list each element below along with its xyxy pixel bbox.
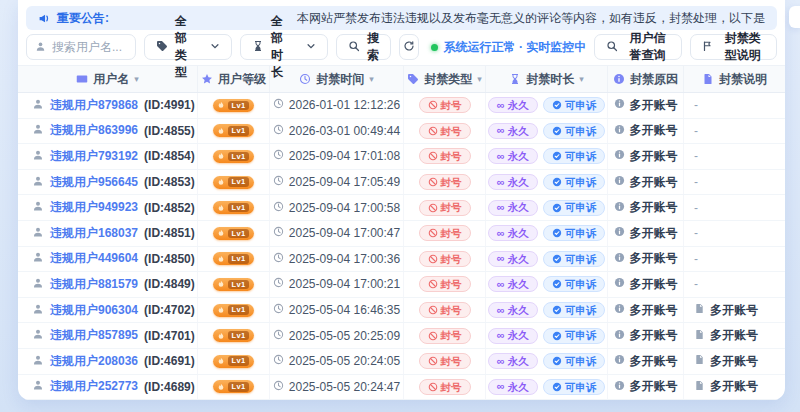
ban-note-cell: -	[683, 93, 785, 118]
ban-type-badge: 封号	[419, 328, 471, 344]
level-label: Lv1	[228, 126, 250, 136]
ban-time-cell: 2025-09-04 17:00:36	[269, 247, 403, 272]
infinity-icon: ∞	[497, 305, 505, 316]
level-cell: Lv1	[197, 119, 269, 144]
duration-filter-select[interactable]: 全部时长	[240, 34, 328, 60]
ban-reason-text: 多开账号	[630, 199, 678, 216]
username-link[interactable]: 违规用户863996	[50, 122, 138, 139]
username-link[interactable]: 违规用户252773	[50, 378, 138, 395]
flame-icon	[217, 229, 225, 237]
username-link[interactable]: 违规用户793192	[50, 148, 138, 165]
announcement-label: 重要公告:	[57, 10, 109, 27]
username-cell: 违规用户863996(ID:4855)	[18, 119, 197, 144]
username-link[interactable]: 违规用户956645	[50, 174, 138, 191]
ban-duration-cell: ∞永久可申诉	[485, 195, 607, 220]
ban-time-cell: 2025-09-04 17:01:08	[269, 144, 403, 169]
ban-type-badge: 封号	[419, 174, 471, 190]
username-link[interactable]: 违规用户881579	[50, 276, 138, 293]
col-header-ban-duration[interactable]: 封禁时长▾	[485, 66, 607, 92]
ban-note-cell: 多开账号	[683, 349, 785, 374]
level-label: Lv1	[228, 177, 250, 187]
ban-note-empty: -	[694, 98, 698, 112]
table-row: 违规用户906304(ID:4702)Lv12025-05-04 16:46:3…	[18, 298, 785, 324]
ban-time-cell: 2025-09-04 17:00:58	[269, 195, 403, 220]
username-link[interactable]: 违规用户879868	[50, 97, 138, 114]
ban-type-cell: 封号	[403, 144, 485, 169]
username-link[interactable]: 违规用户449604	[50, 250, 138, 267]
check-circle-icon	[552, 228, 562, 238]
prohibit-icon	[428, 126, 438, 136]
ban-duration-badge: ∞永久	[488, 200, 538, 216]
user-avatar-icon	[32, 123, 44, 138]
table-row: 违规用户879868(ID:4991)Lv12026-01-01 12:12:2…	[18, 93, 785, 119]
infinity-icon: ∞	[497, 151, 505, 162]
user-level-badge: Lv1	[213, 278, 255, 291]
type-filter-select[interactable]: 全部类型	[144, 34, 232, 60]
col-header-label: 用户等级	[218, 71, 266, 88]
search-input[interactable]	[52, 40, 127, 54]
document-icon	[694, 354, 705, 368]
ban-reason-text: 多开账号	[630, 174, 678, 191]
info-icon	[614, 252, 625, 266]
username-link[interactable]: 违规用户208036	[50, 353, 138, 370]
ban-duration-badge: ∞永久	[488, 302, 538, 318]
level-label: Lv1	[228, 254, 250, 264]
page-background: 重要公告: 本网站严禁发布违法违规以及发布毫无意义的评论等内容，如有违反，封禁处…	[0, 0, 800, 412]
ban-note-text: 多开账号	[710, 327, 758, 344]
ban-note-cell: 多开账号	[683, 375, 785, 400]
check-circle-icon	[552, 254, 562, 264]
username-link[interactable]: 违规用户906304	[50, 302, 138, 319]
ban-reason-cell: 多开账号	[607, 93, 683, 118]
search-button[interactable]: 搜索	[336, 34, 391, 60]
col-header-ban-time[interactable]: 封禁时间▾	[269, 66, 403, 92]
col-header-username[interactable]: 用户名▾	[18, 66, 197, 92]
infinity-icon: ∞	[497, 125, 505, 136]
info-icon	[614, 354, 625, 368]
ban-note-empty: -	[694, 201, 698, 215]
appeal-badge: 可申诉	[543, 97, 606, 113]
hourglass-icon	[252, 40, 264, 55]
ban-time-cell: 2026-01-01 12:12:26	[269, 93, 403, 118]
reputation-query-button[interactable]: 用户信誉查询	[594, 34, 681, 60]
level-label: Lv1	[228, 229, 250, 239]
appeal-badge: 可申诉	[543, 353, 606, 369]
level-label: Lv1	[228, 356, 250, 366]
sort-caret-icon: ▾	[477, 75, 482, 84]
ban-reason-text: 多开账号	[630, 276, 678, 293]
ban-type-badge: 封号	[419, 302, 471, 318]
info-icon	[614, 329, 625, 343]
ban-reason-cell: 多开账号	[607, 195, 683, 220]
prohibit-icon	[428, 254, 438, 264]
user-avatar-icon	[32, 200, 44, 215]
level-label: Lv1	[228, 152, 250, 162]
ban-reason-cell: 多开账号	[607, 298, 683, 323]
ban-duration-cell: ∞永久可申诉	[485, 170, 607, 195]
clock-icon	[273, 124, 284, 138]
ban-type-help-button[interactable]: 封禁类型说明	[690, 34, 777, 60]
username-cell: 违规用户252773(ID:4689)	[18, 375, 197, 400]
ban-time-cell: 2025-09-04 17:00:21	[269, 272, 403, 297]
prohibit-icon	[428, 382, 438, 392]
clock-icon	[273, 149, 284, 163]
level-cell: Lv1	[197, 144, 269, 169]
col-header-ban-note: 封禁说明	[683, 66, 785, 92]
document-icon	[702, 73, 714, 85]
ban-duration-badge: ∞永久	[488, 251, 538, 267]
appeal-badge: 可申诉	[543, 123, 606, 139]
username-link[interactable]: 违规用户168037	[50, 225, 138, 242]
ban-duration-cell: ∞永久可申诉	[485, 144, 607, 169]
flame-icon	[217, 152, 225, 160]
flame-icon	[217, 101, 225, 109]
id-card-icon	[76, 73, 88, 85]
col-header-ban-type[interactable]: 封禁类型▾	[403, 66, 485, 92]
user-avatar-icon	[32, 226, 44, 241]
clock-icon	[273, 303, 284, 317]
user-level-badge: Lv1	[213, 355, 255, 368]
user-id: (ID:4702)	[144, 303, 195, 317]
appeal-badge: 可申诉	[543, 379, 606, 395]
username-link[interactable]: 违规用户857895	[50, 327, 138, 344]
refresh-button[interactable]	[399, 34, 418, 60]
search-box[interactable]	[26, 34, 136, 60]
level-cell: Lv1	[197, 195, 269, 220]
username-link[interactable]: 违规用户949923	[50, 199, 138, 216]
